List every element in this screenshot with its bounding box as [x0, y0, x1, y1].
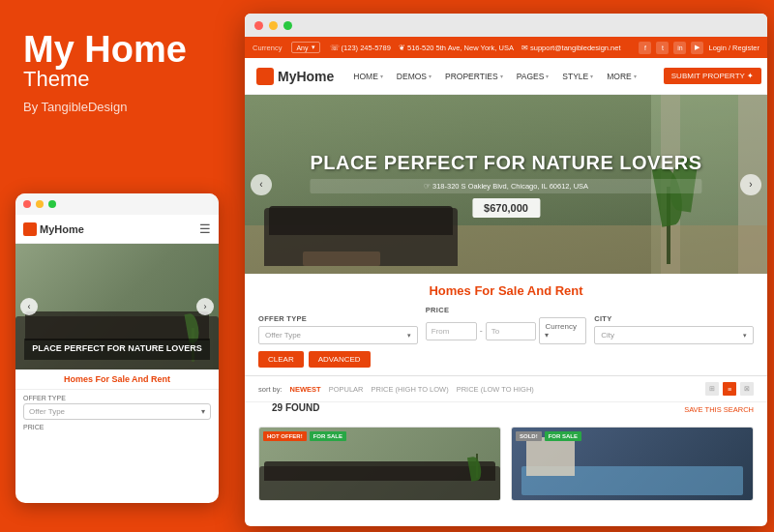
price-dash: -	[480, 326, 483, 336]
price-group: PRICE From - To Currency ▾	[426, 306, 586, 344]
sort-price-high[interactable]: PRICE (HIGH TO LOW)	[372, 385, 449, 394]
mobile-price-label: PRICE	[23, 424, 211, 430]
hero-table	[303, 251, 380, 266]
card-2-badges: SOLD! FOR SALE	[516, 431, 581, 441]
sort-bar: sort by: NEWEST POPULAR PRICE (HIGH TO L…	[245, 376, 767, 402]
property-card-2[interactable]: SOLD! FOR SALE	[511, 427, 754, 501]
nav-properties[interactable]: PROPERTIES▾	[445, 72, 503, 81]
nav-demos[interactable]: DEMOS▾	[397, 72, 432, 81]
price-from-input[interactable]: From	[426, 322, 477, 340]
mobile-hero-text: PLACE PERFECT FOR NATURE LOVERS	[24, 339, 209, 360]
browser-min-dot	[269, 21, 278, 30]
results-meta: 29 FOUND SAVE THIS SEARCH	[245, 402, 767, 423]
hero-address: ☞ 318-320 S Oakley Blvd, Chicago, IL 606…	[310, 179, 701, 193]
browser-mockup: Currency Any▾ ☏ (123) 245-5789 ❦ 516-520…	[245, 14, 767, 526]
hero-prev-arrow[interactable]: ‹	[251, 174, 272, 195]
mobile-offer-select[interactable]: Offer Type ▾	[23, 403, 211, 420]
sort-price-low[interactable]: PRICE (LOW TO HIGH)	[457, 385, 534, 394]
mobile-menu-icon[interactable]: ☰	[199, 222, 211, 236]
mobile-nav: MyHome ☰	[15, 215, 219, 244]
hero-content: PLACE PERFECT FOR NATURE LOVERS ☞ 318-32…	[310, 152, 701, 218]
property-card-1[interactable]: HOT OFFER! FOR SALE	[258, 427, 501, 501]
city-select[interactable]: City ▾	[594, 326, 754, 344]
sort-label: sort by:	[258, 385, 283, 394]
list-view-icon[interactable]: ≡	[723, 382, 736, 396]
mobile-window-controls	[15, 193, 219, 215]
hot-offer-badge: HOT OFFER!	[263, 431, 307, 441]
price-label: PRICE	[426, 306, 586, 314]
top-right: f t in ▶ Login / Register	[639, 42, 759, 54]
phone-number: ☏ (123) 245-5789	[330, 44, 391, 52]
price-range: From - To Currency ▾	[426, 317, 586, 344]
mobile-max-dot	[48, 200, 56, 208]
save-search-link[interactable]: SAVE THIS SEARCH	[684, 405, 754, 414]
login-link[interactable]: Login / Register	[708, 44, 759, 52]
submit-property-button[interactable]: SUBMIT PROPERTY ✦	[664, 68, 761, 84]
nav-more[interactable]: MORE▾	[607, 72, 637, 81]
mobile-hero: ‹ › PLACE PERFECT FOR NATURE LOVERS	[15, 244, 219, 369]
site-main-nav: MyHome HOME▾ DEMOS▾ PROPERTIES▾ PAGES▾ S…	[245, 58, 767, 95]
clear-button[interactable]: CLEAR	[258, 351, 304, 368]
search-fields: OFFER TYPE Offer Type ▾ PRICE From - To …	[258, 306, 754, 344]
hero-price: $670,000	[472, 198, 540, 218]
browser-close-dot	[254, 21, 263, 30]
house	[526, 437, 575, 476]
sort-newest[interactable]: NEWEST	[290, 385, 321, 394]
mobile-logo-icon	[23, 222, 37, 236]
property-cards: HOT OFFER! FOR SALE SOLD! FOR SALE	[245, 423, 767, 505]
offer-type-group: OFFER TYPE Offer Type ▾	[258, 314, 418, 344]
results-count: 29 FOUND	[258, 402, 333, 417]
city-group: CITY City ▾	[594, 314, 754, 344]
youtube-icon[interactable]: ▶	[691, 42, 703, 54]
site-top-bar: Currency Any▾ ☏ (123) 245-5789 ❦ 516-520…	[245, 37, 767, 58]
site-hero: ‹ › PLACE PERFECT FOR NATURE LOVERS ☞ 31…	[245, 95, 767, 274]
mobile-section-title: Homes For Sale And Rent	[15, 369, 219, 390]
sold-badge: SOLD!	[516, 431, 542, 441]
property-card-1-image: HOT OFFER! FOR SALE	[259, 428, 500, 500]
mobile-offer-label: OFFER TYPE	[23, 395, 211, 401]
advanced-button[interactable]: ADVANCED	[309, 351, 371, 368]
mobile-logo: MyHome	[23, 222, 84, 236]
email-text: ✉ support@tangibledesign.net	[521, 44, 621, 52]
view-icons: ⊞ ≡ ⊠	[705, 382, 754, 396]
for-sale-badge-1: FOR SALE	[310, 431, 346, 441]
grid-view-icon[interactable]: ⊞	[705, 382, 719, 396]
address-text: ❦ 516-520 5th Ave, New York, USA	[399, 44, 514, 52]
site-logo[interactable]: MyHome	[256, 68, 334, 85]
search-buttons: CLEAR ADVANCED	[258, 351, 754, 368]
offer-type-label: OFFER TYPE	[258, 314, 418, 323]
mobile-prev-arrow[interactable]: ‹	[20, 298, 38, 315]
theme-author: By TangibleDesign	[23, 100, 209, 114]
map-view-icon[interactable]: ⊠	[740, 382, 754, 396]
nav-pages[interactable]: PAGES▾	[517, 72, 550, 81]
nav-style[interactable]: STYLE▾	[562, 72, 593, 81]
mobile-sofa-back	[25, 311, 209, 340]
search-section: Homes For Sale And Rent OFFER TYPE Offer…	[245, 274, 767, 376]
nav-home[interactable]: HOME▾	[353, 72, 383, 81]
site-logo-icon	[256, 68, 274, 85]
hero-title: PLACE PERFECT FOR NATURE LOVERS	[310, 152, 701, 174]
search-title: Homes For Sale And Rent	[258, 283, 754, 298]
mobile-min-dot	[36, 200, 44, 208]
mobile-close-dot	[23, 200, 31, 208]
facebook-icon[interactable]: f	[639, 42, 651, 54]
mobile-form: OFFER TYPE Offer Type ▾ PRICE	[15, 390, 219, 436]
price-currency-select[interactable]: Currency ▾	[539, 317, 586, 344]
for-sale-badge-2: FOR SALE	[545, 431, 581, 441]
mobile-next-arrow[interactable]: ›	[196, 298, 214, 315]
browser-window-controls	[245, 14, 767, 37]
mobile-mockup: MyHome ☰ ‹ › PLACE PERFECT FOR NATURE LO…	[15, 193, 219, 503]
hero-next-arrow[interactable]: ›	[740, 174, 761, 195]
currency-label: Currency	[253, 44, 282, 52]
price-to-input[interactable]: To	[486, 322, 537, 340]
city-label: CITY	[594, 314, 754, 323]
offer-type-select[interactable]: Offer Type ▾	[258, 326, 418, 344]
instagram-icon[interactable]: in	[673, 42, 686, 54]
currency-selector[interactable]: Any▾	[291, 42, 319, 53]
browser-max-dot	[283, 21, 292, 30]
property-card-2-image: SOLD! FOR SALE	[512, 428, 753, 500]
contact-info: ☏ (123) 245-5789 ❦ 516-520 5th Ave, New …	[330, 44, 630, 52]
twitter-icon[interactable]: t	[656, 42, 669, 54]
theme-title: My Home Theme	[23, 29, 209, 92]
sort-popular[interactable]: POPULAR	[329, 385, 364, 394]
